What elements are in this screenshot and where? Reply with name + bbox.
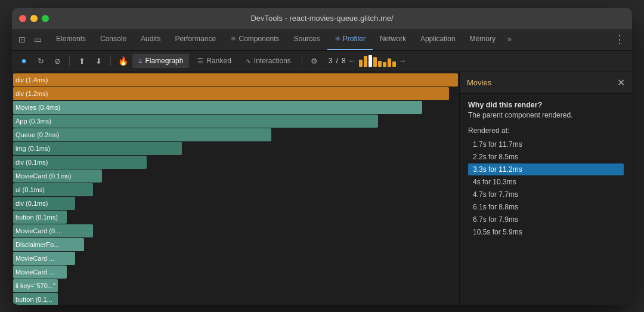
commit-bar-7[interactable] [392, 61, 396, 67]
minimize-button[interactable] [30, 15, 38, 22]
commit-bar-4[interactable] [378, 61, 382, 67]
flame-row[interactable]: button (0.1... [13, 293, 58, 305]
window-title: DevTools - react-movies-queue.glitch.me/ [250, 14, 393, 23]
rendered-at-label: Rendered at: [468, 126, 624, 135]
devtools-window: DevTools - react-movies-queue.glitch.me/… [12, 8, 632, 305]
flame-row[interactable]: li key="570..." [13, 279, 58, 292]
tab-audits[interactable]: Audits [134, 29, 168, 50]
flame-row[interactable]: MovieCard (0.1ms) [13, 169, 102, 183]
commit-bar-6[interactable] [388, 58, 391, 67]
flame-row[interactable]: button (0.1ms) [13, 211, 67, 224]
flame-row[interactable]: div (1.4ms) [13, 73, 458, 87]
tab-console[interactable]: Console [93, 29, 134, 50]
right-panel-header: Movies ✕ [460, 72, 632, 94]
interactions-label: Interactions [254, 57, 291, 65]
close-panel-button[interactable]: ✕ [617, 77, 625, 88]
tab-memory[interactable]: Memory [463, 29, 503, 50]
export-button[interactable]: ⬇ [91, 54, 106, 68]
more-tabs-button[interactable]: » [503, 35, 516, 44]
right-panel-title: Movies [467, 78, 491, 87]
cursor-icon[interactable]: ⊡ [16, 33, 29, 46]
settings-button[interactable]: ⚙ [307, 54, 321, 68]
reload-button[interactable]: ↻ [33, 54, 48, 68]
flame-row[interactable]: DisclaimerFo... [13, 238, 84, 251]
render-time-item[interactable]: 4.7s for 7.7ms [468, 189, 624, 200]
profiler-toolbar: ● ↻ ⊘ ⬆ ⬇ 🔥 ≡ Flamegraph ☰ Ranked ∿ Inte… [12, 51, 632, 72]
next-commit-button[interactable]: → [398, 56, 407, 66]
flame-row[interactable]: App (0.3ms) [13, 115, 378, 128]
maximize-button[interactable] [42, 15, 49, 22]
prev-commit-button[interactable]: ← [348, 56, 357, 66]
tab-elements[interactable]: Elements [49, 29, 93, 50]
commit-bar-0[interactable] [359, 60, 363, 67]
render-times-list: 1.7s for 11.7ms2.2s for 8.5ms3.3s for 11… [468, 138, 624, 238]
ranked-label: Ranked [206, 57, 231, 65]
tab-profiler[interactable]: ⚛ Profiler [327, 29, 373, 50]
flame-row[interactable]: div (0.1ms) [13, 197, 75, 210]
devtools-menu-button[interactable]: ⋮ [611, 33, 628, 46]
flame-row[interactable]: div (1.2ms) [13, 87, 449, 100]
flame-row[interactable]: MovieCard (0.... [13, 224, 93, 237]
render-reason-heading: Why did this render? [468, 101, 624, 109]
tabbar-left-icons: ⊡ ▭ [16, 33, 44, 46]
tabbar-end: ⋮ [611, 33, 628, 46]
close-button[interactable] [19, 15, 26, 22]
fire-icon[interactable]: 🔥 [116, 54, 130, 68]
device-icon[interactable]: ▭ [31, 33, 44, 46]
flamegraph-label: Flamegraph [145, 57, 183, 65]
render-reason-text: The parent component rendered. [468, 111, 624, 119]
commit-bar-1[interactable] [364, 56, 367, 67]
flame-rows: div (1.4ms)div (1.2ms)Movies (0.4ms)App … [12, 72, 459, 305]
flame-row[interactable]: ul (0.1ms) [13, 183, 93, 196]
commit-info: 3 / 8 [329, 57, 346, 65]
commit-total: 8 [342, 57, 346, 65]
tab-network[interactable]: Network [373, 29, 413, 50]
clear-button[interactable]: ⊘ [50, 54, 64, 68]
flamegraph-view-button[interactable]: ≡ Flamegraph [132, 54, 189, 68]
traffic-lights [19, 15, 49, 22]
render-time-item[interactable]: 6.1s for 8.8ms [468, 201, 624, 213]
flamegraph-panel: div (1.4ms)div (1.2ms)Movies (0.4ms)App … [12, 72, 459, 305]
tab-application[interactable]: Application [413, 29, 463, 50]
right-panel-body: Why did this render? The parent componen… [460, 94, 632, 305]
tab-components[interactable]: ⚛ Components [223, 29, 286, 50]
commit-current: 3 [329, 57, 333, 65]
commit-chart[interactable] [359, 55, 396, 67]
titlebar: DevTools - react-movies-queue.glitch.me/ [12, 8, 632, 29]
commit-bar-3[interactable] [373, 57, 377, 67]
commit-bar-5[interactable] [383, 62, 386, 67]
flame-row[interactable]: Queue (0.2ms) [13, 128, 271, 141]
commit-bar-2[interactable] [369, 55, 372, 67]
render-time-item[interactable]: 1.7s for 11.7ms [468, 138, 624, 150]
render-time-item[interactable]: 3.3s for 11.2ms [468, 163, 624, 175]
interactions-view-button[interactable]: ∿ Interactions [240, 54, 297, 68]
tabbar: ⊡ ▭ Elements Console Audits Performance … [12, 29, 632, 51]
record-button[interactable]: ● [17, 54, 31, 68]
render-time-item[interactable]: 6.7s for 7.9ms [468, 214, 624, 225]
commit-slash: / [336, 57, 338, 65]
separator-1 [69, 55, 70, 66]
render-time-item[interactable]: 2.2s for 8.5ms [468, 151, 624, 163]
render-time-item[interactable]: 4s for 10.3ms [468, 176, 624, 188]
separator-3 [302, 55, 302, 66]
flame-row[interactable]: MovieCard ... [13, 265, 67, 279]
tab-performance[interactable]: Performance [168, 29, 223, 50]
import-button[interactable]: ⬆ [75, 54, 89, 68]
flame-row[interactable]: MovieCard ... [13, 252, 75, 265]
main-content: div (1.4ms)div (1.2ms)Movies (0.4ms)App … [12, 72, 632, 305]
ranked-view-button[interactable]: ☰ Ranked [191, 54, 237, 68]
right-panel: Movies ✕ Why did this render? The parent… [459, 72, 632, 305]
separator-2 [110, 55, 111, 66]
flame-row[interactable]: div (0.1ms) [13, 156, 147, 169]
render-time-item[interactable]: 10.5s for 5.9ms [468, 226, 624, 238]
flame-row[interactable]: img (0.1ms) [13, 142, 182, 155]
tab-sources[interactable]: Sources [287, 29, 327, 50]
flame-row[interactable]: Movies (0.4ms) [13, 101, 422, 114]
